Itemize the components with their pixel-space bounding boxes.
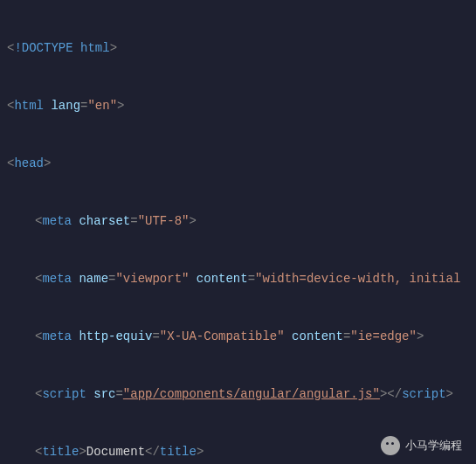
watermark: 小马学编程	[381, 436, 462, 455]
code-line[interactable]: <script src="app/components/angular/angu…	[7, 384, 469, 404]
code-editor[interactable]: <!DOCTYPE html> <html lang="en"> <head> …	[0, 0, 476, 464]
code-line[interactable]: <meta name="viewport" content="width=dev…	[7, 269, 469, 288]
wechat-icon	[381, 436, 400, 455]
code-line[interactable]: <meta http-equiv="X-UA-Compatible" conte…	[7, 327, 469, 346]
code-line[interactable]: <!DOCTYPE html>	[7, 38, 469, 58]
code-line[interactable]: <meta charset="UTF-8">	[7, 211, 469, 231]
code-line[interactable]: <html lang="en">	[7, 96, 469, 115]
watermark-text: 小马学编程	[405, 436, 462, 455]
code-line[interactable]: <head>	[7, 154, 469, 173]
